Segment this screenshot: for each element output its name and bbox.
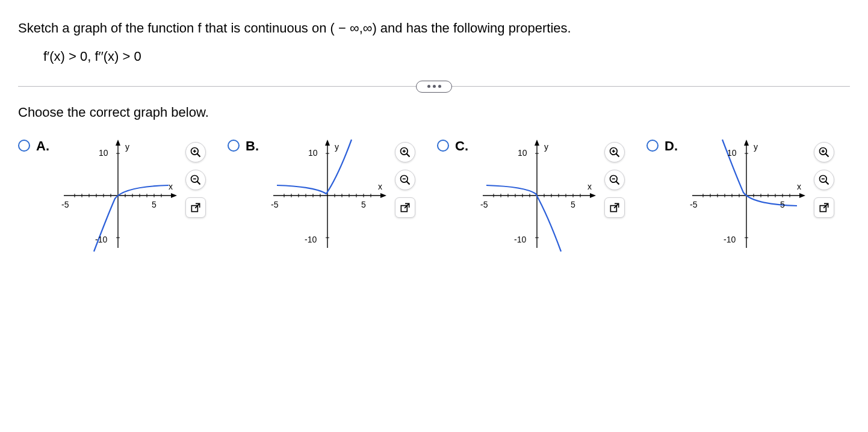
- x-max-label: 5: [571, 200, 575, 209]
- graph-d: y 10 -10 x -5 5: [686, 138, 807, 253]
- graph-c: y 10 -10 x -5 5: [477, 138, 597, 253]
- zoom-in-icon: [818, 146, 830, 158]
- zoom-out-icon: [818, 174, 830, 186]
- radio-b[interactable]: [228, 140, 240, 152]
- option-label-b: B.: [246, 138, 259, 154]
- x-axis-label: x: [797, 182, 801, 191]
- radio-c[interactable]: [437, 140, 449, 152]
- zoom-in-button[interactable]: [185, 142, 206, 162]
- x-max-label: 5: [361, 200, 366, 209]
- zoom-in-button[interactable]: [395, 142, 415, 162]
- svg-line-46: [407, 154, 410, 157]
- svg-line-77: [616, 182, 619, 185]
- svg-marker-3: [171, 193, 177, 198]
- y-axis-label: y: [544, 142, 548, 152]
- svg-line-23: [197, 182, 200, 185]
- y-min-label: -10: [305, 235, 317, 244]
- y-min-label: -10: [724, 235, 736, 244]
- choose-prompt: Choose the correct graph below.: [0, 105, 868, 138]
- svg-marker-82: [744, 140, 749, 146]
- y-max-label: 10: [99, 148, 108, 158]
- option-d: D.: [646, 138, 850, 253]
- y-max-label: 10: [518, 148, 527, 158]
- y-max-label: 10: [308, 148, 318, 158]
- popout-button[interactable]: [814, 197, 834, 218]
- svg-marker-57: [590, 193, 596, 198]
- y-axis-label: y: [125, 142, 129, 152]
- options-row: A.: [0, 138, 868, 253]
- expand-button[interactable]: [416, 81, 452, 93]
- zoom-out-icon: [609, 174, 621, 186]
- svg-marker-28: [325, 140, 330, 146]
- popout-icon: [818, 202, 830, 214]
- x-min-label: -5: [271, 200, 278, 209]
- zoom-in-icon: [399, 146, 411, 158]
- zoom-out-icon: [399, 174, 411, 186]
- x-min-label: -5: [690, 200, 697, 209]
- zoom-in-icon: [190, 146, 202, 158]
- graph-b: y 10 -10 x -5 5: [267, 138, 388, 253]
- zoom-in-icon: [609, 146, 621, 158]
- y-max-label: 10: [727, 148, 737, 158]
- question-text: Sketch a graph of the function f that is…: [18, 18, 850, 38]
- svg-marker-1: [116, 140, 120, 146]
- option-label-d: D.: [665, 138, 678, 154]
- zoom-out-button[interactable]: [604, 170, 625, 190]
- y-axis-label: y: [335, 142, 339, 152]
- svg-marker-30: [380, 193, 386, 198]
- svg-line-73: [616, 154, 619, 157]
- popout-button[interactable]: [604, 197, 625, 218]
- radio-d[interactable]: [646, 140, 659, 152]
- zoom-in-button[interactable]: [814, 142, 834, 162]
- condition-text: f′(x) > 0, f′′(x) > 0: [18, 49, 850, 64]
- x-axis-label: x: [378, 182, 382, 191]
- radio-a[interactable]: [18, 140, 30, 152]
- popout-icon: [190, 202, 202, 214]
- svg-line-104: [826, 182, 829, 185]
- option-label-c: C.: [455, 138, 468, 154]
- y-min-label: -10: [514, 235, 526, 244]
- popout-button[interactable]: [395, 197, 415, 218]
- svg-marker-55: [535, 140, 539, 146]
- svg-marker-84: [799, 193, 805, 198]
- x-max-label: 5: [152, 200, 157, 209]
- x-min-label: -5: [480, 200, 488, 209]
- x-min-label: -5: [61, 200, 69, 209]
- graph-a: y 10 -10 x -5 5: [58, 138, 178, 253]
- zoom-out-button[interactable]: [185, 170, 206, 190]
- y-min-label: -10: [95, 235, 107, 244]
- option-label-a: A.: [36, 138, 49, 154]
- x-axis-label: x: [587, 182, 592, 191]
- svg-line-19: [197, 154, 200, 157]
- zoom-out-button[interactable]: [814, 170, 834, 190]
- zoom-in-button[interactable]: [604, 142, 625, 162]
- zoom-out-button[interactable]: [395, 170, 415, 190]
- option-b: B.: [228, 138, 431, 253]
- popout-icon: [399, 202, 411, 214]
- svg-line-50: [407, 182, 410, 185]
- popout-button[interactable]: [185, 197, 206, 218]
- y-axis-label: y: [754, 142, 758, 152]
- svg-line-100: [826, 154, 829, 157]
- popout-icon: [609, 202, 621, 214]
- x-axis-label: x: [169, 182, 173, 191]
- option-c: C.: [437, 138, 640, 253]
- option-a: A.: [18, 138, 222, 253]
- x-max-label: 5: [780, 200, 785, 209]
- zoom-out-icon: [190, 174, 202, 186]
